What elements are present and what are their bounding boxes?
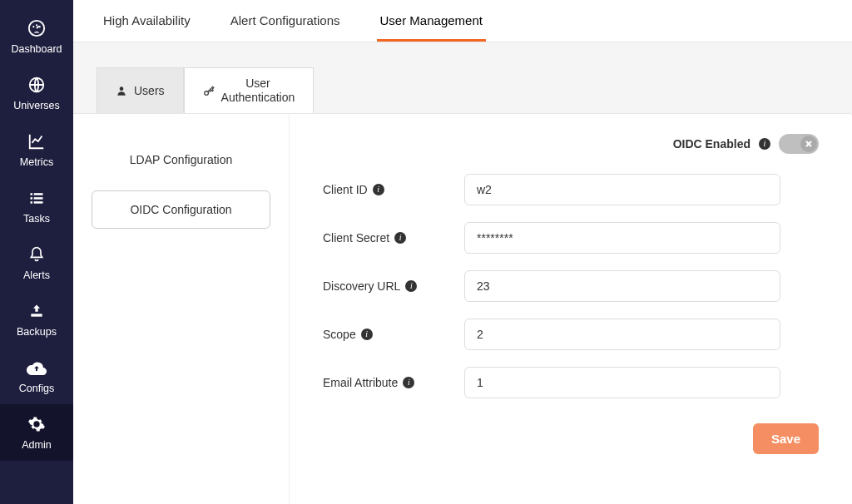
svg-rect-9 — [31, 201, 33, 204]
label-scope: Scope — [323, 328, 356, 341]
svg-point-12 — [120, 86, 124, 91]
input-email-attribute[interactable] — [464, 367, 780, 398]
tab-user-management[interactable]: User Management — [377, 0, 486, 42]
sidebar-item-backups[interactable]: Backups — [0, 291, 73, 348]
svg-point-13 — [204, 91, 208, 95]
sidebar: Dashboard Universes Metrics Tasks Alerts… — [0, 0, 73, 504]
sidebar-label: Configs — [19, 383, 54, 394]
list-icon — [27, 188, 46, 208]
row-email-attribute: Email Attribute i — [323, 367, 819, 398]
sidebar-label: Tasks — [23, 213, 50, 225]
svg-point-1 — [32, 26, 34, 27]
cloud-icon — [27, 358, 47, 378]
oidc-enabled-row: OIDC Enabled i — [323, 134, 819, 154]
sidebar-item-metrics[interactable]: Metrics — [0, 121, 73, 178]
svg-rect-11 — [31, 314, 42, 316]
subtab-users-label: Users — [134, 84, 165, 97]
label-client-secret: Client Secret — [323, 231, 389, 245]
tab-alert-configurations[interactable]: Alert Configurations — [227, 0, 344, 42]
label-email-attribute: Email Attribute — [323, 376, 398, 389]
upload-icon — [27, 301, 46, 321]
svg-rect-8 — [34, 197, 43, 200]
sidebar-label: Metrics — [20, 156, 53, 168]
input-client-secret[interactable] — [464, 222, 780, 254]
sub-area: Users UserAuthentication LDAP Configurat… — [73, 42, 852, 504]
sidebar-item-admin[interactable]: Admin — [0, 404, 73, 461]
sidebar-item-configs[interactable]: Configs — [0, 348, 73, 404]
sidebar-item-dashboard[interactable]: Dashboard — [0, 8, 73, 65]
chart-icon — [27, 131, 46, 151]
sidebar-item-universes[interactable]: Universes — [0, 65, 73, 121]
gear-icon — [27, 414, 46, 434]
input-discovery-url[interactable] — [464, 270, 780, 302]
sub-tabs: Users UserAuthentication — [97, 67, 852, 113]
tab-high-availability[interactable]: High Availability — [100, 0, 194, 42]
oidc-enabled-toggle[interactable] — [779, 134, 819, 154]
sidebar-label: Backups — [17, 326, 57, 338]
info-icon[interactable]: i — [373, 184, 384, 195]
svg-rect-7 — [31, 197, 33, 200]
key-icon — [203, 85, 215, 96]
globe-icon — [27, 75, 46, 95]
bell-icon — [28, 245, 45, 264]
save-button[interactable]: Save — [753, 423, 819, 454]
dashboard-icon — [27, 18, 46, 38]
config-nav-oidc[interactable]: OIDC Configuration — [92, 190, 270, 229]
row-client-secret: Client Secret i — [323, 222, 819, 254]
sidebar-label: Universes — [13, 100, 60, 111]
info-icon[interactable]: i — [361, 329, 373, 340]
svg-rect-10 — [34, 201, 43, 204]
input-client-id[interactable] — [464, 174, 780, 205]
oidc-form: OIDC Enabled i Client ID i — [290, 114, 852, 504]
subtab-users[interactable]: Users — [97, 67, 184, 113]
oidc-enabled-label: OIDC Enabled — [673, 137, 750, 151]
config-nav-ldap[interactable]: LDAP Configuration — [92, 141, 270, 179]
svg-rect-6 — [34, 193, 43, 195]
config-nav: LDAP Configuration OIDC Configuration — [73, 114, 290, 504]
row-discovery-url: Discovery URL i — [323, 270, 819, 302]
svg-point-2 — [36, 24, 37, 26]
user-icon — [116, 85, 127, 96]
svg-rect-5 — [31, 193, 33, 195]
info-icon[interactable]: i — [759, 138, 770, 150]
main-area: High Availability Alert Configurations U… — [73, 0, 852, 504]
info-icon[interactable]: i — [394, 232, 406, 244]
subtab-user-authentication[interactable]: UserAuthentication — [184, 67, 315, 113]
sidebar-label: Dashboard — [11, 43, 62, 55]
sidebar-item-tasks[interactable]: Tasks — [0, 178, 73, 235]
top-tabs: High Availability Alert Configurations U… — [73, 0, 852, 42]
sidebar-label: Alerts — [23, 269, 50, 281]
toggle-knob — [800, 136, 817, 152]
input-scope[interactable] — [464, 319, 780, 350]
sidebar-item-alerts[interactable]: Alerts — [0, 235, 73, 291]
info-icon[interactable]: i — [403, 377, 414, 388]
save-row: Save — [323, 423, 819, 454]
label-discovery-url: Discovery URL — [323, 279, 400, 293]
label-client-id: Client ID — [323, 183, 368, 196]
info-icon[interactable]: i — [405, 280, 417, 292]
row-scope: Scope i — [323, 319, 819, 350]
subtab-auth-label: UserAuthentication — [221, 77, 295, 105]
row-client-id: Client ID i — [323, 174, 819, 205]
config-panel: LDAP Configuration OIDC Configuration OI… — [73, 113, 852, 504]
sidebar-label: Admin — [22, 439, 51, 451]
